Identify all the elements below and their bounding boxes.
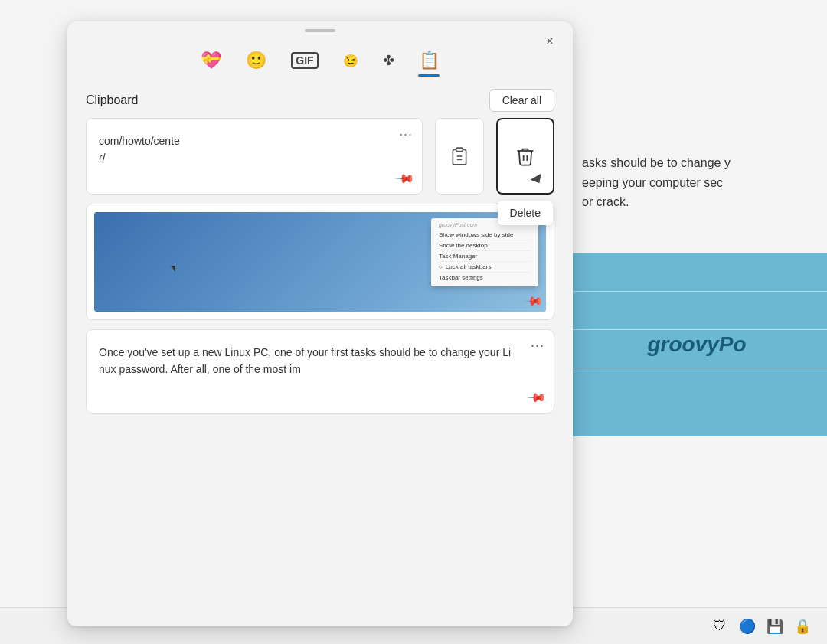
taskbar-security-icon[interactable]: 🔒 bbox=[793, 617, 812, 636]
cursor-indicator bbox=[531, 174, 545, 187]
clipboard-items-list: ··· com/howto/center/ 📌 bbox=[67, 118, 573, 626]
clip-text-3-more[interactable]: ··· bbox=[531, 338, 544, 354]
gif-icon: GIF bbox=[291, 52, 318, 69]
bg-blue-section: groovyPo bbox=[567, 253, 827, 436]
taskbar-bluetooth-icon[interactable]: 🔵 bbox=[738, 617, 757, 636]
clip-text-1-more[interactable]: ··· bbox=[399, 126, 413, 142]
clip-text-1-content: com/howto/center/ bbox=[99, 132, 410, 167]
clear-all-button[interactable]: Clear all bbox=[489, 89, 554, 112]
screenshot-preview: groovyPost.com Show windows side by side… bbox=[94, 212, 546, 312]
tab-symbols[interactable]: ✤ bbox=[383, 52, 394, 75]
emoji-clipboard-panel: × 💝 🙂 GIF 😉 ✤ 📋 Clipboard Clear all bbox=[67, 21, 573, 626]
clipboard-item-2[interactable]: groovyPost.com Show windows side by side… bbox=[86, 204, 554, 320]
clip-format-button[interactable] bbox=[435, 118, 484, 195]
trash-icon bbox=[515, 145, 536, 167]
drag-handle bbox=[305, 29, 335, 32]
clip-text-1[interactable]: ··· com/howto/center/ 📌 bbox=[86, 118, 423, 195]
tab-bar: 💝 🙂 GIF 😉 ✤ 📋 bbox=[67, 38, 573, 77]
clipboard-header: Clipboard Clear all bbox=[67, 77, 573, 118]
svg-rect-0 bbox=[456, 148, 463, 151]
clipboard-title: Clipboard bbox=[86, 93, 138, 107]
fake-taskbar-menu: groovyPost.com Show windows side by side… bbox=[431, 218, 538, 286]
taskbar-shield-icon[interactable]: 🛡 bbox=[711, 617, 729, 636]
clip-text-3-content: Once you've set up a new Linux PC, one o… bbox=[99, 344, 541, 378]
screenshot-cursor bbox=[171, 266, 175, 272]
tab-kaomoji[interactable]: 💝 bbox=[201, 51, 221, 77]
tab-clipboard[interactable]: 📋 bbox=[419, 51, 440, 77]
clipboard-item-1: ··· com/howto/center/ 📌 bbox=[86, 118, 554, 195]
tab-emoticons[interactable]: 😉 bbox=[343, 54, 358, 74]
symbols-icon: ✤ bbox=[383, 52, 394, 69]
clipboard-item-3[interactable]: ··· Once you've set up a new Linux PC, o… bbox=[86, 329, 554, 414]
delete-tooltip: Delete bbox=[498, 201, 553, 225]
taskbar-usb-icon[interactable]: 💾 bbox=[766, 617, 784, 636]
emoji-icon: 🙂 bbox=[246, 51, 266, 70]
close-button[interactable]: × bbox=[539, 31, 561, 52]
clip-pin-3[interactable]: 📌 bbox=[526, 387, 548, 409]
clip-pin-1[interactable]: 📌 bbox=[394, 168, 416, 190]
bg-groovy-text: groovyPo bbox=[647, 332, 746, 357]
tab-gif[interactable]: GIF bbox=[291, 52, 318, 75]
clipboard-tab-icon: 📋 bbox=[419, 51, 440, 70]
kaomoji-icon: 💝 bbox=[201, 51, 221, 70]
bg-text: asks should be to change y eeping your c… bbox=[567, 138, 827, 227]
tab-emoji[interactable]: 🙂 bbox=[246, 51, 266, 77]
clipboard-text-icon bbox=[449, 146, 469, 166]
emoticons-icon: 😉 bbox=[343, 54, 358, 68]
clip-delete-button-1[interactable]: Delete bbox=[496, 118, 554, 195]
